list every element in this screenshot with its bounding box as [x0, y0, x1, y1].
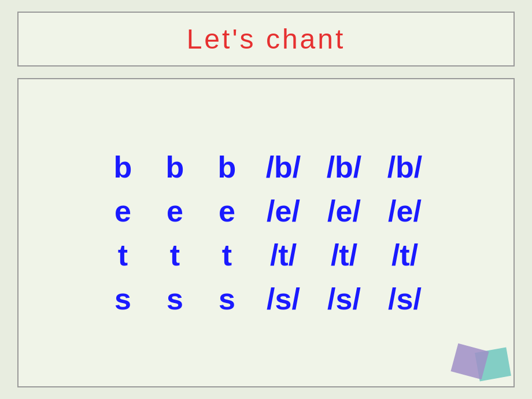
letter-e2: e: [149, 194, 201, 228]
letter-e1: e: [97, 194, 149, 228]
phoneme-s2: /s/: [314, 282, 375, 316]
phoneme-s1: /s/: [253, 282, 314, 316]
letter-e3: e: [201, 194, 253, 228]
letter-s2: s: [149, 282, 201, 316]
letter-t2: t: [149, 238, 201, 272]
chant-row-s: s s s /s/ /s/ /s/: [42, 282, 490, 316]
chant-row-b: b b b /b/ /b/ /b/: [42, 150, 490, 184]
letter-s1: s: [97, 282, 149, 316]
phoneme-t3: /t/: [375, 238, 435, 272]
phoneme-e2: /e/: [314, 194, 375, 228]
phoneme-t2: /t/: [314, 238, 375, 272]
letter-s3: s: [201, 282, 253, 316]
letter-b2: b: [149, 150, 201, 184]
page-title: Let's chant: [187, 24, 346, 54]
phoneme-b2: /b/: [314, 150, 375, 184]
chant-row-t: t t t /t/ /t/ /t/: [42, 238, 490, 272]
letter-t3: t: [201, 238, 253, 272]
chant-row-e: e e e /e/ /e/ /e/: [42, 194, 490, 228]
phoneme-t1: /t/: [253, 238, 314, 272]
phoneme-s3: /s/: [375, 282, 435, 316]
letter-b3: b: [201, 150, 253, 184]
letter-b1: b: [97, 150, 149, 184]
phoneme-b3: /b/: [375, 150, 435, 184]
letter-t1: t: [97, 238, 149, 272]
phoneme-e3: /e/: [375, 194, 435, 228]
content-box: b b b /b/ /b/ /b/ e e e /e/ /e/ /e/ t t …: [17, 78, 515, 387]
phoneme-e1: /e/: [253, 194, 314, 228]
decorative-shapes: [451, 335, 509, 382]
title-box: Let's chant: [17, 12, 515, 66]
phoneme-b1: /b/: [253, 150, 314, 184]
